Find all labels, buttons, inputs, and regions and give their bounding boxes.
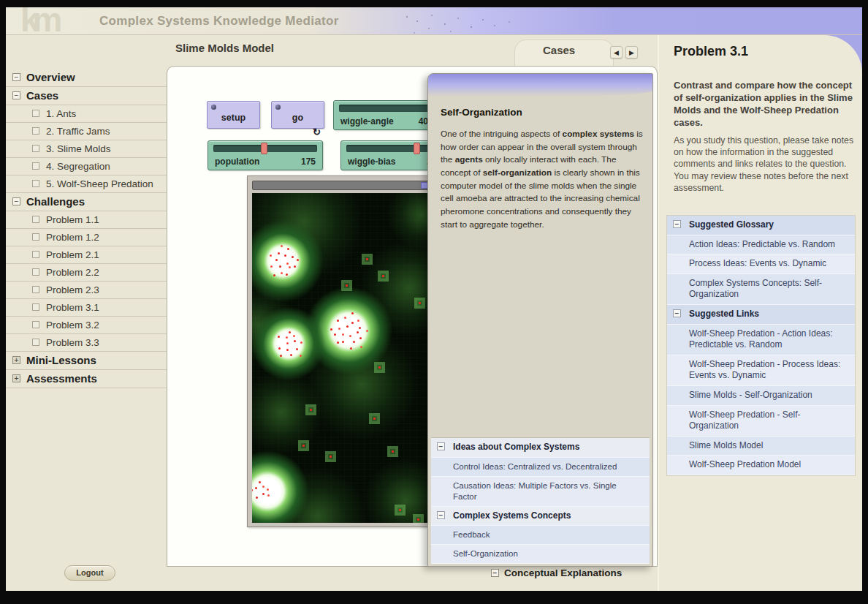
expand-icon[interactable]: + [12, 356, 20, 364]
suggestion-label: Slime Molds - Self-Organization [689, 390, 812, 400]
collapse-icon[interactable]: − [437, 511, 445, 519]
suggestion-action-ideas-predictable-vs-random[interactable]: Action Ideas: Predictable vs. Random [667, 235, 855, 255]
speckle-decoration [406, 16, 408, 18]
concept-control-ideas-centralized-vs-decentralized[interactable]: Control Ideas: Centralized vs. Decentral… [431, 458, 650, 477]
amoeba-agent [374, 362, 385, 373]
pheromone-glow [252, 193, 365, 284]
leaf-icon [32, 268, 39, 276]
suggestion-process-ideas-events-vs-dynamic[interactable]: Process Ideas: Events vs. Dynamic [667, 254, 855, 274]
leaf-icon [32, 303, 39, 311]
expand-icon[interactable]: + [12, 374, 20, 382]
sidebar-item-problem-1-1[interactable]: Problem 1.1 [6, 211, 167, 229]
amoeba-agent [341, 280, 352, 291]
sidebar-item-problem-1-2[interactable]: Problem 1.2 [6, 229, 167, 246]
pheromone-glow [267, 465, 369, 523]
amoeba-dot [350, 347, 352, 350]
collapse-icon[interactable]: − [12, 91, 20, 99]
prev-arrow-button[interactable]: ◀ [610, 46, 623, 58]
go-button[interactable]: go ↻ [271, 101, 324, 129]
pheromone-glow [252, 284, 298, 365]
suggestion-label: Wolf-Sheep Predation - Process Ideas: Ev… [689, 359, 840, 381]
suggestion-wolf-sheep-predation-self-organization[interactable]: Wolf-Sheep Predation - Self-Organization [667, 406, 855, 437]
sim-scrollbar[interactable] [252, 181, 430, 190]
conceptual-explanations-toggle[interactable]: −Conceptual Explanations [491, 567, 622, 578]
problem-note: As you study this question, please take … [674, 135, 858, 194]
collapse-icon[interactable]: − [673, 309, 681, 317]
sidebar-item-2-traffic-jams[interactable]: 2. Traffic Jams [6, 123, 167, 140]
collapse-icon[interactable]: − [12, 73, 20, 81]
sidebar-item-problem-2-1[interactable]: Problem 2.1 [6, 246, 167, 264]
suggestion-wolf-sheep-predation-model[interactable]: Wolf-Sheep Predation Model [667, 456, 855, 475]
concept-label: Causation Ideas: Multiple Factors vs. Si… [453, 481, 617, 501]
cases-tab-label[interactable]: Cases [543, 44, 575, 56]
sidebar-item-label: Problem 1.1 [46, 214, 164, 226]
next-arrow-button[interactable]: ▶ [625, 46, 638, 58]
sidebar-item-mini-lessons[interactable]: +Mini-Lessons [6, 352, 167, 370]
leaf-icon [32, 110, 39, 117]
amoeba-dot [337, 320, 339, 322]
leaf-icon [32, 216, 39, 223]
problem-panel-background: Problem 3.1 Contrast and compare how the… [658, 35, 862, 591]
go-button-label: go [292, 113, 303, 123]
wiggle-angle-slider[interactable]: wiggle-angle 40.0 [333, 100, 443, 130]
suggestion-wolf-sheep-predation-action-ideas-predictable-vs-random[interactable]: Wolf-Sheep Predation - Action Ideas: Pre… [667, 325, 855, 355]
suggestion-label: Action Ideas: Predictable vs. Random [689, 239, 835, 249]
sidebar-item-problem-2-2[interactable]: Problem 2.2 [6, 264, 167, 282]
concept-causation-ideas-multiple-factors-vs-single-factor[interactable]: Causation Ideas: Multiple Factors vs. Si… [431, 477, 650, 507]
population-slider[interactable]: population 175 [208, 140, 323, 170]
concept-feedback[interactable]: Feedback [431, 526, 650, 545]
sidebar-item-3-slime-molds[interactable]: 3. Slime Molds [6, 140, 167, 158]
suggestion-wolf-sheep-predation-process-ideas-events-vs-dynamic[interactable]: Wolf-Sheep Predation - Process Ideas: Ev… [667, 355, 855, 386]
amoeba-dot [294, 340, 296, 342]
amoeba-dot [290, 354, 292, 356]
setup-button[interactable]: setup [207, 101, 260, 129]
sidebar-item-label: Assessments [26, 372, 97, 385]
sidebar-item-problem-3-2[interactable]: Problem 3.2 [6, 317, 167, 334]
problem-title: Problem 3.1 [674, 44, 748, 59]
explanation-panel-titlebar[interactable] [428, 74, 652, 85]
amoeba-dot [357, 331, 359, 333]
sidebar-item-assessments[interactable]: +Assessments [6, 370, 167, 388]
collapse-icon[interactable]: − [673, 220, 681, 228]
explanation-panel: Self-Organization One of the intriguing … [427, 73, 653, 567]
slider-handle[interactable] [261, 143, 267, 154]
amoeba-agent [378, 271, 389, 282]
sidebar-item-1-ants[interactable]: 1. Ants [6, 105, 167, 123]
collapse-icon[interactable]: − [437, 442, 445, 450]
amoeba-dot [278, 347, 281, 350]
sidebar-item-cases[interactable]: −Cases [6, 87, 167, 105]
collapse-icon[interactable]: − [12, 197, 20, 205]
concept-self-organization[interactable]: Self-Organization [431, 545, 650, 564]
sidebar-item-problem-3-3[interactable]: Problem 3.3 [6, 334, 167, 352]
slider-track [339, 105, 437, 112]
suggestion-slime-molds-self-organization[interactable]: Slime Molds - Self-Organization [667, 386, 855, 406]
slider-handle[interactable] [414, 143, 420, 154]
simulation-frame [247, 175, 435, 527]
suggestion-slime-molds-model[interactable]: Slime Molds Model [667, 437, 855, 456]
amoeba-dot [344, 317, 346, 319]
suggestion-complex-systems-concepts-self-organization[interactable]: Complex Systems Concepts: Self-Organizat… [667, 274, 855, 305]
suggestion-label: Process Ideas: Events vs. Dynamic [689, 258, 826, 268]
leaf-icon [32, 251, 39, 258]
sidebar-item-problem-3-1[interactable]: Problem 3.1 [6, 299, 167, 317]
amoeba-dot [281, 272, 283, 274]
amoeba-agent [369, 413, 380, 424]
suggestion-label: Wolf-Sheep Predation - Action Ideas: Pre… [689, 328, 833, 350]
amoeba-dot [360, 346, 362, 348]
amoeba-dot [256, 497, 258, 499]
sidebar-item-label: 5. Wolf-Sheep Predation [46, 178, 164, 190]
logout-button[interactable]: Logout [64, 565, 115, 581]
amoeba-dot [270, 254, 272, 257]
sidebar-item-overview[interactable]: −Overview [6, 69, 167, 87]
collapse-icon[interactable]: − [491, 569, 499, 577]
sidebar-item-4-segregation[interactable]: 4. Segregation [6, 158, 167, 175]
leaf-icon [32, 127, 39, 135]
slider-track [346, 145, 441, 152]
amoeba-dot [300, 355, 302, 357]
explanation-title: Self-Organization [441, 107, 522, 118]
amoeba-dot [278, 336, 280, 338]
sidebar-item-problem-2-3[interactable]: Problem 2.3 [6, 282, 167, 299]
sidebar-item-5-wolf-sheep-predation[interactable]: 5. Wolf-Sheep Predation [6, 175, 167, 193]
amoeba-dot [252, 489, 253, 491]
sidebar-item-challenges[interactable]: −Challenges [6, 193, 167, 211]
